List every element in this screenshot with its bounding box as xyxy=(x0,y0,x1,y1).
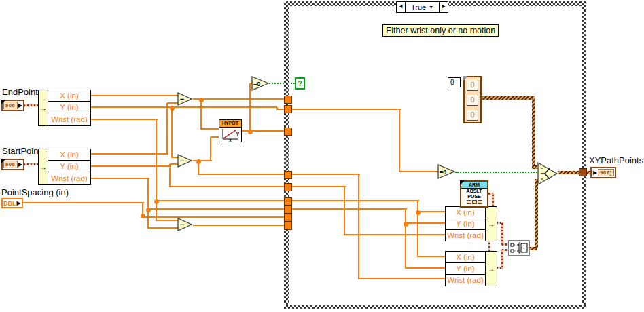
cluster-array-wire xyxy=(535,179,538,248)
case-tunnel[interactable] xyxy=(284,96,292,104)
svg-text:−: − xyxy=(180,95,184,103)
subtract-node-wrist[interactable]: − xyxy=(177,218,193,232)
select-node[interactable] xyxy=(537,162,558,186)
subtract-node-y[interactable]: − xyxy=(177,154,193,168)
input-arrow-icon: ▶ xyxy=(593,170,597,176)
case-selector-label: ◄ True ▼ ► xyxy=(396,1,448,13)
pointspacing-label[interactable]: PointSpacing (in) xyxy=(1,187,69,197)
cluster-wire xyxy=(24,104,38,106)
bundle2-y[interactable]: Y (in) xyxy=(445,262,486,275)
wire xyxy=(210,137,211,161)
array-element[interactable]: 0 xyxy=(467,109,478,121)
wire-junction xyxy=(146,208,151,212)
case-structure-left-border[interactable] xyxy=(284,1,289,309)
unbundle-endpoint-y[interactable]: Y (in) xyxy=(48,101,91,113)
bundle-arrow-icon: → xyxy=(485,206,497,241)
wire-junction xyxy=(199,98,204,102)
case-tunnel[interactable] xyxy=(284,206,292,214)
wire xyxy=(171,107,173,158)
case-structure-bottom-border[interactable] xyxy=(284,305,586,309)
wire xyxy=(276,107,278,110)
unbundle-startpoint-y[interactable]: Y (in) xyxy=(48,160,91,172)
xypathpoints-label[interactable]: XYPathPoints xyxy=(589,155,643,165)
wire xyxy=(193,225,286,226)
pointspacing-terminal[interactable]: DBL ▶ xyxy=(1,198,23,208)
endpoint-label[interactable]: EndPoint xyxy=(2,87,38,97)
case-tunnel[interactable] xyxy=(284,171,292,179)
startpoint-terminal[interactable]: 906 ▶ xyxy=(1,159,24,170)
bundle1-y[interactable]: Y (in) xyxy=(445,218,486,230)
bundle2-wrist[interactable]: Wrist (rad) xyxy=(445,274,486,286)
case-tunnel[interactable] xyxy=(284,214,292,222)
cluster-wire xyxy=(501,222,503,245)
wire xyxy=(358,174,359,279)
wire xyxy=(201,128,220,130)
case-output-tunnel[interactable] xyxy=(579,168,587,176)
bundle1-wrist[interactable]: Wrist (rad) xyxy=(445,229,486,241)
svg-text:−: − xyxy=(180,220,184,229)
case-tunnel[interactable] xyxy=(284,105,292,113)
build-array-node[interactable] xyxy=(508,240,530,256)
wire xyxy=(292,174,360,175)
case-selector-value[interactable]: True xyxy=(411,3,426,12)
comment-box[interactable]: Either wrist only or no motion xyxy=(382,24,499,37)
bundle2-x[interactable]: X (in) xyxy=(445,251,486,263)
wire xyxy=(143,216,286,218)
case-tunnel[interactable] xyxy=(284,183,292,191)
wire xyxy=(292,200,419,201)
wire xyxy=(344,234,446,235)
unbundle-startpoint-wrist[interactable]: Wrist (rad) xyxy=(48,172,91,185)
case-tunnel[interactable] xyxy=(284,222,292,230)
xypathpoints-terminal[interactable]: ▶ 906] xyxy=(590,167,616,178)
wire xyxy=(156,200,286,201)
wire-junction xyxy=(248,130,253,134)
wire xyxy=(147,178,149,229)
bundle1-x[interactable]: X (in) xyxy=(445,206,486,218)
array-element[interactable]: 0 xyxy=(467,79,478,91)
wire-junction xyxy=(141,214,145,218)
wire xyxy=(91,119,158,120)
wire xyxy=(418,211,446,212)
unbundle-arrow-icon: → xyxy=(38,149,48,185)
startpoint-label[interactable]: StartPoint xyxy=(2,146,41,156)
case-structure-right-border[interactable] xyxy=(582,1,586,309)
unbundle-endpoint-x[interactable]: X (in) xyxy=(48,90,91,102)
array-index-display[interactable]: 0 xyxy=(448,77,461,87)
boolean-wire xyxy=(269,83,295,84)
equals-zero-node-outer[interactable]: =0 xyxy=(251,76,270,92)
svg-text:=0: =0 xyxy=(253,81,260,87)
wire-junction xyxy=(404,222,408,227)
cluster-array-wire xyxy=(482,96,535,100)
wire xyxy=(169,166,171,187)
wire xyxy=(198,174,286,175)
subtract-node-x[interactable]: − xyxy=(177,92,193,106)
wire-junction xyxy=(416,210,421,215)
svg-text:−: − xyxy=(180,157,184,165)
previous-case-button[interactable]: ◄ xyxy=(397,2,406,12)
unbundle-endpoint-wrist[interactable]: Wrist (rad) xyxy=(48,113,91,126)
equals-zero-node-inner[interactable]: =0 xyxy=(437,164,456,180)
wire xyxy=(200,99,202,130)
case-tunnel[interactable] xyxy=(284,128,292,136)
svg-text:=0: =0 xyxy=(440,169,446,176)
empty-array-constant[interactable]: 0 0 0 xyxy=(463,76,482,123)
dbl-glyph: DBL xyxy=(3,200,16,207)
cluster-array-glyph: 906] xyxy=(598,169,614,176)
case-tunnel[interactable] xyxy=(284,197,292,206)
unbundle-startpoint-x[interactable]: X (in) xyxy=(48,149,91,161)
wire xyxy=(20,202,144,203)
cluster-wire xyxy=(501,250,503,267)
arm-absolute-pose-subvi[interactable]: ARM ABSLT POSE xyxy=(460,180,488,208)
wire-junction xyxy=(170,106,175,111)
hypot-node[interactable]: HYPOT y x xyxy=(219,119,242,142)
wire xyxy=(148,227,179,229)
cluster-connector-icon xyxy=(461,200,487,204)
array-element[interactable]: 0 xyxy=(467,94,478,106)
hypot-title: HYPOT xyxy=(219,120,241,128)
next-case-button[interactable]: ► xyxy=(439,2,448,12)
wire xyxy=(406,222,446,224)
endpoint-terminal[interactable]: 906 ▶ xyxy=(1,100,24,111)
case-dropdown-icon[interactable]: ▼ xyxy=(429,3,433,12)
wire xyxy=(418,256,446,257)
case-selector-tunnel[interactable]: ? xyxy=(295,77,305,90)
